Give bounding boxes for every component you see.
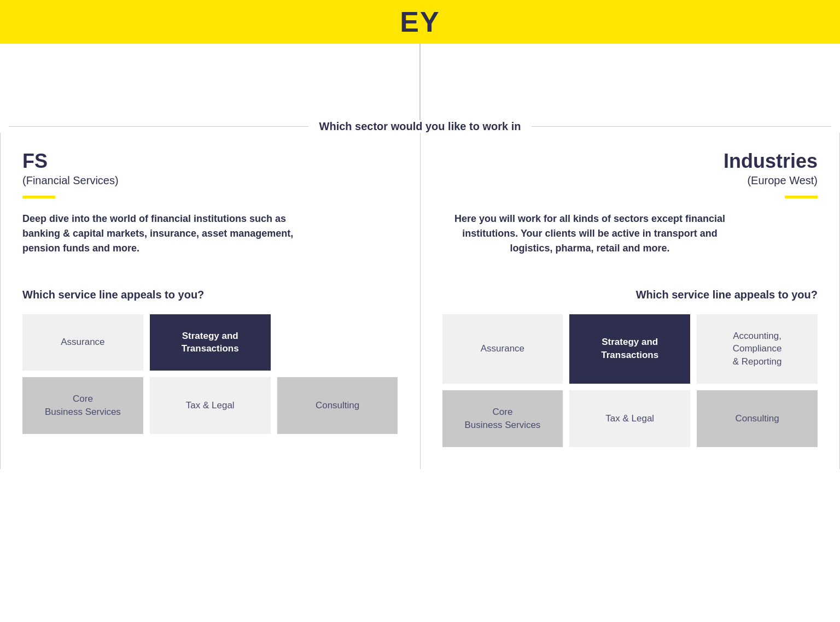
industries-tile-cbs[interactable]: CoreBusiness Services <box>442 390 563 447</box>
industries-tile-strategy[interactable]: Strategy andTransactions <box>569 314 690 384</box>
industries-service-line-question: Which service line appeals to you? <box>442 289 818 301</box>
sector-question-row: Which sector would you like to work in <box>0 120 840 133</box>
fs-tile-strategy[interactable]: Strategy andTransactions <box>150 314 271 371</box>
fs-yellow-bar <box>22 196 55 198</box>
fs-service-line-question: Which service line appeals to you? <box>22 289 398 301</box>
header: EY <box>0 0 840 44</box>
fs-tile-tax[interactable]: Tax & Legal <box>150 377 271 434</box>
sector-question: Which sector would you like to work in <box>308 120 532 133</box>
center-line-container <box>0 44 840 120</box>
fs-tiles-row2: CoreBusiness Services Tax & Legal Consul… <box>22 377 398 434</box>
ey-logo: EY <box>400 5 440 38</box>
industries-tile-acr[interactable]: Accounting,Compliance& Reporting <box>697 314 818 384</box>
fs-title: FS <box>22 150 398 172</box>
fs-service-line-section: Which service line appeals to you? Assur… <box>22 289 398 434</box>
industries-tile-assurance[interactable]: Assurance <box>442 314 563 384</box>
industries-subtitle: (Europe West) <box>442 174 818 187</box>
industries-description: Here you will work for all kinds of sect… <box>442 212 738 256</box>
main-two-col: FS (Financial Services) Deep dive into t… <box>0 133 840 469</box>
fs-tile-cbs[interactable]: CoreBusiness Services <box>22 377 143 434</box>
fs-tile-empty <box>277 314 398 371</box>
fs-tiles-row1: Assurance Strategy andTransactions <box>22 314 398 371</box>
center-vertical-line <box>419 44 421 120</box>
industries-tile-tax[interactable]: Tax & Legal <box>569 390 690 447</box>
industries-title: Industries <box>442 150 818 172</box>
industries-yellow-bar <box>785 196 818 198</box>
fs-subtitle: (Financial Services) <box>22 174 398 187</box>
fs-description: Deep dive into the world of financial in… <box>22 212 318 256</box>
sector-line-right <box>532 126 831 127</box>
industries-service-line-section: Which service line appeals to you? Assur… <box>442 289 818 447</box>
industries-tile-consulting[interactable]: Consulting <box>697 390 818 447</box>
col-fs: FS (Financial Services) Deep dive into t… <box>1 133 421 469</box>
industries-tiles-row1: Assurance Strategy andTransactions Accou… <box>442 314 818 384</box>
fs-tile-consulting[interactable]: Consulting <box>277 377 398 434</box>
col-industries: Industries (Europe West) Here you will w… <box>421 133 840 469</box>
fs-tile-assurance[interactable]: Assurance <box>22 314 143 371</box>
sector-line-left <box>9 126 308 127</box>
industries-tiles-row2: CoreBusiness Services Tax & Legal Consul… <box>442 390 818 447</box>
